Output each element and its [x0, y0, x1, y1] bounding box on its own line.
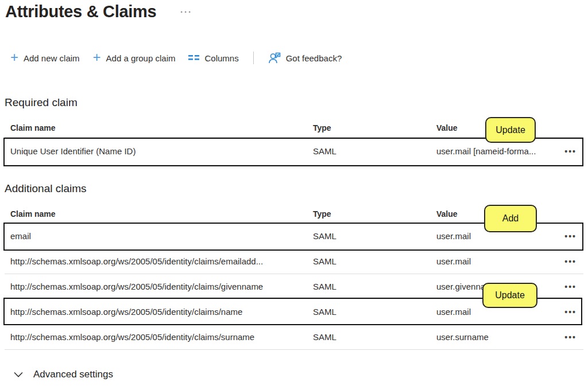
- claim-value-cell: user.mail [nameid-forma...: [436, 146, 560, 156]
- column-header-type: Type: [313, 209, 436, 219]
- annotation-note-update-name: Update: [482, 283, 537, 308]
- toolbar-divider: [253, 52, 254, 64]
- attributes-claims-page: Attributes & Claims ··· + Add new claim …: [0, 0, 588, 386]
- column-header-claim-name: Claim name: [10, 123, 313, 132]
- feedback-person-icon: [268, 52, 281, 64]
- column-header-type: Type: [313, 123, 436, 132]
- required-claim-heading: Required claim: [5, 96, 78, 109]
- claim-name-cell: Unique User Identifier (Name ID): [10, 146, 313, 156]
- claim-type-cell: SAML: [313, 256, 436, 266]
- columns-label: Columns: [204, 53, 238, 63]
- plus-icon: +: [93, 52, 101, 63]
- got-feedback-label: Got feedback?: [286, 53, 342, 63]
- claim-name-cell: http://schemas.xmlsoap.org/ws/2005/05/id…: [10, 332, 313, 342]
- row-menu-icon[interactable]: •••: [564, 283, 577, 291]
- annotation-note-update-required: Update: [485, 117, 536, 143]
- row-menu-icon[interactable]: •••: [564, 232, 577, 240]
- claim-value-cell: user.mail: [436, 256, 560, 266]
- claim-name-cell: email: [10, 231, 313, 241]
- columns-button[interactable]: Columns: [188, 53, 238, 63]
- claim-value-cell: user.surname: [436, 332, 560, 342]
- chevron-down-icon: [14, 372, 23, 377]
- row-menu-icon[interactable]: •••: [564, 333, 577, 341]
- row-menu-icon[interactable]: •••: [564, 308, 577, 316]
- toolbar: + Add new claim + Add a group claim Colu…: [10, 50, 342, 66]
- add-new-claim-button[interactable]: + Add new claim: [10, 52, 80, 64]
- add-new-claim-label: Add new claim: [24, 53, 80, 63]
- claim-type-cell: SAML: [313, 282, 436, 291]
- table-row[interactable]: http://schemas.xmlsoap.org/ws/2005/05/id…: [5, 325, 583, 350]
- advanced-settings-toggle[interactable]: Advanced settings: [14, 369, 113, 380]
- page-title: Attributes & Claims: [5, 2, 156, 21]
- claim-name-cell: http://schemas.xmlsoap.org/ws/2005/05/id…: [10, 256, 313, 266]
- plus-icon: +: [10, 52, 18, 63]
- column-header-claim-name: Claim name: [10, 209, 313, 219]
- claim-type-cell: SAML: [313, 231, 436, 241]
- title-context-menu-icon[interactable]: ···: [180, 7, 192, 17]
- add-group-claim-label: Add a group claim: [106, 53, 176, 63]
- advanced-settings-label: Advanced settings: [33, 369, 113, 380]
- additional-claims-heading: Additional claims: [5, 182, 87, 195]
- got-feedback-button[interactable]: Got feedback?: [268, 52, 342, 64]
- add-group-claim-button[interactable]: + Add a group claim: [93, 52, 176, 64]
- claim-type-cell: SAML: [313, 307, 436, 317]
- claim-value-cell: user.mail: [436, 307, 560, 317]
- claim-value-cell: user.mail: [436, 231, 560, 241]
- claim-type-cell: SAML: [313, 146, 436, 156]
- row-menu-icon[interactable]: •••: [564, 147, 577, 155]
- claim-type-cell: SAML: [313, 332, 436, 342]
- annotation-note-add-email: Add: [484, 205, 537, 232]
- row-menu-icon[interactable]: •••: [564, 258, 577, 266]
- table-row[interactable]: http://schemas.xmlsoap.org/ws/2005/05/id…: [5, 249, 583, 274]
- columns-icon: [188, 54, 199, 62]
- claim-name-cell: http://schemas.xmlsoap.org/ws/2005/05/id…: [10, 307, 313, 317]
- claim-name-cell: http://schemas.xmlsoap.org/ws/2005/05/id…: [10, 282, 313, 291]
